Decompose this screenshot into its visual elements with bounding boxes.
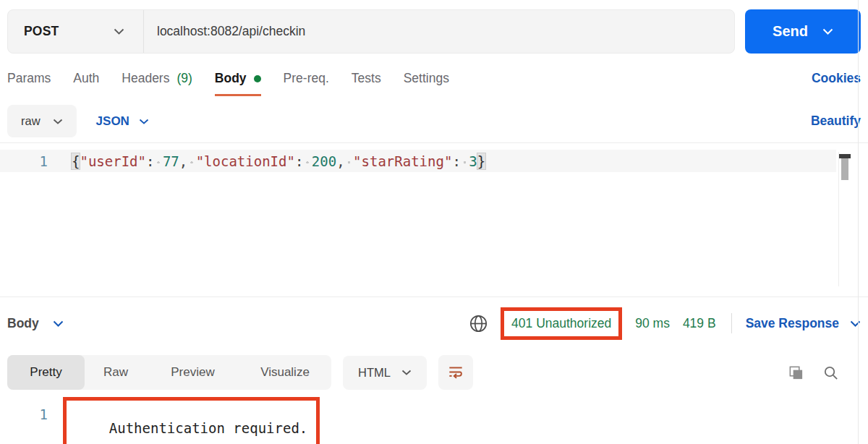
body-toolbar: raw JSON Beautify	[7, 105, 861, 137]
divider	[731, 313, 732, 333]
language-dropdown[interactable]: JSON	[96, 114, 149, 129]
divider	[0, 296, 868, 297]
view-tab-raw[interactable]: Raw	[85, 355, 147, 390]
globe-icon[interactable]	[469, 314, 488, 333]
request-bar: POST Send	[7, 9, 861, 54]
body-format-dropdown[interactable]: raw	[7, 105, 77, 137]
request-tabs: Params Auth Headers (9) Body Pre-req. Te…	[7, 71, 861, 96]
cookies-link[interactable]: Cookies	[812, 71, 861, 86]
response-header: Body 401 Unauthorized 90 ms 419 B Save R…	[7, 303, 861, 343]
body-format-label: raw	[21, 114, 41, 128]
tab-auth[interactable]: Auth	[73, 71, 99, 96]
url-group: POST	[7, 9, 735, 54]
line-number: 1	[0, 153, 48, 169]
view-tab-pretty[interactable]: Pretty	[7, 355, 85, 390]
tab-settings[interactable]: Settings	[404, 71, 449, 96]
method-dropdown[interactable]: POST	[8, 10, 144, 53]
response-toolbar: Pretty Raw Preview Visualize HTML	[7, 355, 861, 390]
view-tab-preview[interactable]: Preview	[147, 355, 239, 390]
response-actions	[788, 364, 861, 381]
copy-icon[interactable]	[788, 364, 804, 381]
chevron-down-icon	[53, 119, 63, 124]
response-language-dropdown[interactable]: HTML	[343, 356, 427, 390]
response-body-dropdown[interactable]: Body	[7, 316, 64, 331]
tab-pre-request[interactable]: Pre-req.	[284, 71, 329, 96]
send-button[interactable]: Send	[745, 9, 861, 54]
chevron-down-icon	[401, 370, 412, 375]
chevron-down-icon	[850, 320, 861, 327]
chevron-down-icon	[139, 119, 149, 124]
headers-count-badge: (9)	[176, 71, 192, 86]
wrap-lines-button[interactable]	[438, 355, 473, 390]
request-body-editor[interactable]: 1 {"userId": 77, "locationId": 200, "sta…	[0, 150, 868, 291]
method-label: POST	[24, 24, 59, 39]
response-time: 90 ms	[635, 316, 670, 331]
request-code-line: {"userId": 77, "locationId": 200, "starR…	[48, 153, 485, 169]
status-annotation-box: 401 Unauthorized	[501, 307, 622, 340]
tab-headers[interactable]: Headers (9)	[122, 71, 192, 96]
body-has-content-dot	[254, 75, 261, 82]
page-edge-line	[858, 0, 859, 444]
beautify-link[interactable]: Beautify	[811, 114, 861, 129]
response-content: Authentication required.	[109, 420, 308, 436]
search-icon[interactable]	[822, 364, 839, 381]
tab-params[interactable]: Params	[7, 71, 51, 96]
language-label: JSON	[96, 114, 129, 129]
view-tab-visualize[interactable]: Visualize	[239, 355, 331, 390]
send-label: Send	[773, 23, 808, 40]
tab-tests[interactable]: Tests	[352, 71, 381, 96]
editor-scrollbar[interactable]	[838, 152, 851, 286]
response-body[interactable]: 1 Authentication required.	[0, 397, 868, 444]
response-view-tabs: Pretty Raw Preview Visualize	[7, 355, 331, 390]
chevron-down-icon	[114, 28, 124, 35]
response-size: 419 B	[683, 316, 716, 331]
scrollbar-thumb[interactable]	[841, 158, 848, 180]
save-response-button[interactable]: Save Response	[746, 316, 861, 331]
response-meta: 401 Unauthorized 90 ms 419 B Save Respon…	[469, 307, 861, 340]
line-number: 1	[0, 397, 48, 422]
chevron-down-icon[interactable]	[822, 28, 833, 35]
response-language-label: HTML	[358, 366, 391, 380]
request-code-row[interactable]: 1 {"userId": 77, "locationId": 200, "sta…	[0, 150, 836, 172]
url-input[interactable]	[144, 10, 734, 53]
divider	[0, 142, 868, 143]
chevron-down-icon	[53, 320, 64, 327]
status-badge: 401 Unauthorized	[511, 316, 611, 331]
response-annotation-box: Authentication required.	[63, 397, 320, 444]
wrap-lines-icon	[446, 363, 465, 382]
response-body-label: Body	[7, 316, 39, 331]
tab-body[interactable]: Body	[215, 71, 261, 96]
